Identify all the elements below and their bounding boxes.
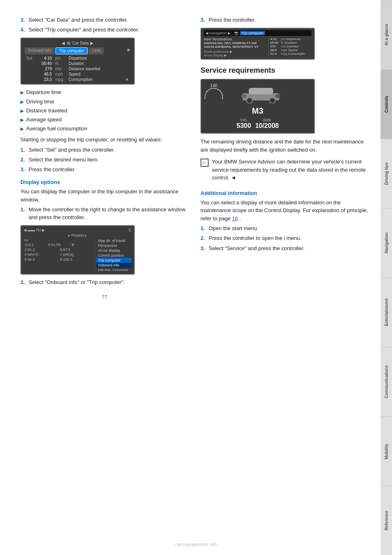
display-step-num-2: 2. <box>20 279 26 286</box>
r3c1: 8:100.5 <box>59 257 93 262</box>
step-3-text: Select "Car Data" and press the controll… <box>29 16 128 24</box>
sub-step-3: 3. Press the controller. <box>20 166 188 173</box>
assist-right-icon: ☰ <box>128 228 131 232</box>
sidebar-tab-navigation[interactable]: Navigation <box>381 208 392 278</box>
step-3-right: 3. Press the controller. <box>200 16 368 24</box>
trip-title-bar: ◀ Navigation ▶ 📷 Trip computer <box>204 30 312 36</box>
trip-right-stats: 4:10 pm Departure 05:40 hr Duration 279 … <box>268 37 312 57</box>
stat4-desc: Consumptn <box>288 52 305 56</box>
close-icon: ✕ <box>385 41 388 45</box>
row4-unit: mpg <box>55 77 65 82</box>
arrow-disp: Arrow display ▶ <box>204 54 266 57</box>
right-step-num-2: 2. <box>200 235 206 242</box>
tab-trip-computer[interactable]: Trip computer <box>56 47 88 54</box>
bullet-1: ▶ Driving time <box>20 98 188 105</box>
camera-icon: 📷 <box>234 31 238 35</box>
svg-point-2 <box>247 98 252 103</box>
assist-row-2: 3 WNYC 7 KROQ <box>24 252 93 257</box>
bullet-text-1: Driving time <box>26 98 54 105</box>
additional-text-part2: . <box>239 215 241 222</box>
model-name: M3 <box>205 106 311 116</box>
menu-item-5: Onboard info <box>96 263 131 268</box>
row3-value: 48,5 <box>38 72 52 76</box>
r2c0: 3 WNYC <box>24 253 58 257</box>
sidebar-tab-at-a-glance[interactable]: At a glance <box>381 0 392 69</box>
row2-desc: Distance traveled <box>69 67 129 71</box>
additional-information-heading: Additional information <box>200 190 368 196</box>
r0c1: 5 KLO5 <box>47 243 69 247</box>
info-triangle-icon: ▷ <box>200 159 209 167</box>
assist-row-0: 103.5 5 KLO5 0 <box>24 242 93 247</box>
page-link[interactable]: 16 <box>232 215 238 222</box>
sidebar-tab-entertainment[interactable]: Entertainment <box>381 278 392 347</box>
left-arrow: ◀ <box>62 41 65 45</box>
bullet-4: ▶ Average fuel consumption <box>20 125 188 132</box>
right-step-1-text: Open the start menu. <box>209 225 258 232</box>
assist-right-menu: Map dir. of travel Perspective Arrow dis… <box>95 238 131 272</box>
sidebar: At a glance Controls Driving tips Naviga… <box>381 0 392 555</box>
car-data-row-0: Set 4:10 pm Departure <box>24 56 131 61</box>
display-step-2: 2. Select "Onboard info" or "Trip comput… <box>20 279 188 286</box>
dest-line1: MARINA DEL REY, ADMIRALTY WA <box>204 41 266 45</box>
sidebar-tab-driving-tips[interactable]: Driving tips <box>381 139 392 208</box>
stat0-val: 4:10 <box>270 37 280 41</box>
bullet-text-3: Average speed <box>26 116 62 123</box>
service-date-group: date 10/2008 <box>255 117 279 130</box>
car-data-display: ◀ 🖥 Car Data ▶ ✕ Onboard info Trip compu… <box>20 38 135 85</box>
right-column: 3. Press the controller. ◀ Navigation ▶ … <box>200 16 368 300</box>
stat3-desc: Speed <box>288 48 297 52</box>
bullet-arrow-3: ▶ <box>20 117 24 123</box>
assist-display: ◀ ▬▬ FM ▶ ☰ ▸ Presets ▸ Set 103.5 5 KLO5… <box>20 225 135 275</box>
bullet-0: ▶ Departure time <box>20 89 188 96</box>
svg-point-3 <box>270 98 275 103</box>
sidebar-tab-reference[interactable]: Reference <box>381 486 392 555</box>
service-text: The remaining driving distance and the d… <box>200 138 368 154</box>
step-4-text: Select "Trip computer" and press the con… <box>29 26 139 34</box>
car-data-title: Car Data <box>72 41 89 45</box>
route-pref: Route preference ▶ <box>204 50 266 54</box>
gauge-left-num: 140 <box>205 83 223 99</box>
r1c0: 2:90.3 <box>24 248 58 252</box>
service-info: mls 5300 date 10/2008 <box>205 117 311 130</box>
bullet-arrow-0: ▶ <box>20 90 24 96</box>
r3c0: 8:94.3 <box>24 257 58 262</box>
svg-rect-1 <box>249 88 273 94</box>
gauge-area: 140 <box>205 83 311 105</box>
stat3-unit: mph <box>281 48 287 52</box>
tab-limit[interactable]: Limit <box>89 47 104 54</box>
sub-step-1: 1. Select "Set" and press the controller… <box>20 146 188 154</box>
menu-item-4: Trip computer <box>96 258 131 263</box>
sub-step-3-text: Press the controller. <box>29 166 76 173</box>
row1-desc: Duration <box>69 61 129 66</box>
nav-tab: ◀ Navigation ▶ <box>205 31 231 35</box>
bullet-arrow-1: ▶ <box>20 99 24 105</box>
display-options-heading: Display options <box>20 179 188 185</box>
row4-desc: Consumption <box>69 77 122 82</box>
svg-rect-5 <box>276 94 281 98</box>
info-note-text: Your BMW Service Advisor can determine y… <box>212 158 368 182</box>
down-arrow: ▼ <box>125 77 129 82</box>
bullet-text-4: Average fuel consumption <box>26 125 87 132</box>
stat0-unit: pm <box>281 37 285 41</box>
tab-onboard-info[interactable]: Onboard info <box>24 47 55 54</box>
presets-label: ▸ Presets ▸ <box>24 233 131 237</box>
bullet-2: ▶ Distance traveled <box>20 107 188 114</box>
row3-desc: Speed <box>69 72 129 76</box>
watermark: carmanualonline.info <box>175 542 217 547</box>
set-label-assist: Set <box>24 238 93 242</box>
service-mls-value: 5300 <box>236 122 251 130</box>
service-mls-group: mls 5300 <box>236 117 251 130</box>
service-mls-label: mls <box>236 117 251 122</box>
display-step-num-1: 1. <box>20 206 26 221</box>
row0-value: 4:10 <box>38 56 52 60</box>
sidebar-tab-mobility[interactable]: Mobility <box>381 416 392 486</box>
assist-left-arrow: ◀ ▬▬ FM ▶ <box>24 228 45 232</box>
stat2-val: 279 <box>270 45 280 48</box>
right-step-num-1: 1. <box>200 225 206 232</box>
right-step-1: 1. Open the start menu. <box>200 225 368 232</box>
step-num-3-right: 3. <box>200 16 206 24</box>
trip-computer-display: ◀ Navigation ▶ 📷 Trip computer New desti… <box>200 28 315 60</box>
sidebar-tab-controls[interactable]: Controls <box>381 69 392 139</box>
trip-stat-2: 279 mls traveled <box>270 45 312 48</box>
sidebar-tab-communications[interactable]: Communications <box>381 347 392 416</box>
